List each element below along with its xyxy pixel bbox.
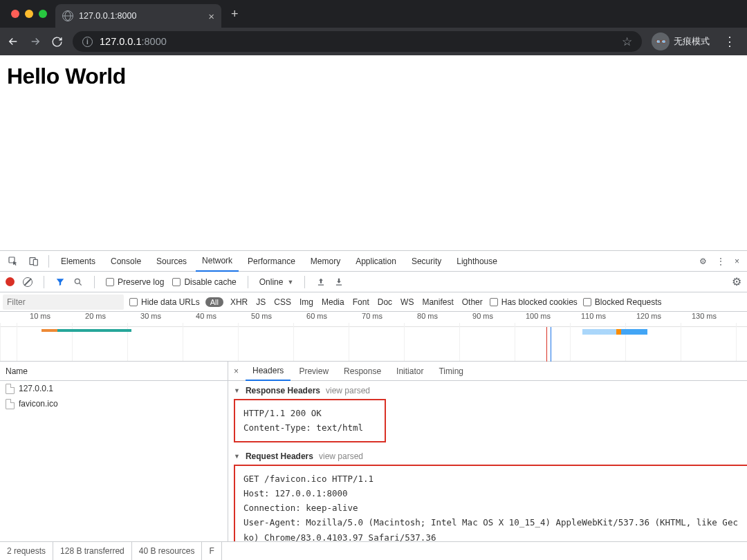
svg-point-3: [75, 279, 80, 283]
reload-button[interactable]: [51, 36, 63, 48]
collapse-icon: ▼: [234, 453, 240, 460]
network-status-bar: 2 requests 128 B transferred 40 B resour…: [0, 542, 747, 560]
filter-js[interactable]: JS: [255, 297, 267, 307]
device-toggle-icon[interactable]: [25, 256, 43, 267]
response-headers-section[interactable]: ▼ Response Headers view parsed: [228, 384, 747, 398]
tab-title: 127.0.0.1:8000: [79, 11, 203, 21]
back-button[interactable]: [7, 35, 19, 48]
document-icon: [6, 399, 15, 409]
network-toolbar: Preserve log Disable cache Online▼ ⚙: [0, 272, 747, 292]
close-detail-icon[interactable]: ×: [232, 366, 244, 376]
incognito-indicator[interactable]: 👓 无痕模式: [652, 32, 710, 50]
tab-elements[interactable]: Elements: [55, 251, 102, 272]
new-tab-button[interactable]: +: [221, 7, 248, 21]
tab-initiator[interactable]: Initiator: [389, 362, 430, 381]
close-tab-icon[interactable]: ×: [208, 10, 214, 22]
url-text: 127.0.0.1:8000: [100, 36, 167, 47]
tab-response[interactable]: Response: [337, 362, 388, 381]
filter-bar: Hide data URLs All XHR JS CSS Img Media …: [0, 292, 747, 312]
browser-toolbar: i 127.0.0.1:8000 ☆ 👓 无痕模式 ⋮: [0, 28, 747, 55]
page-viewport: Hello World: [0, 55, 747, 250]
collapse-icon: ▼: [234, 387, 240, 394]
more-icon[interactable]: ⋮: [713, 256, 728, 266]
filter-ws[interactable]: WS: [399, 297, 415, 307]
tab-timing[interactable]: Timing: [432, 362, 470, 381]
request-row[interactable]: favicon.ico: [0, 396, 228, 411]
filter-other[interactable]: Other: [461, 297, 484, 307]
blocked-requests-checkbox[interactable]: Blocked Requests: [583, 297, 662, 307]
tab-preview[interactable]: Preview: [292, 362, 335, 381]
settings-icon[interactable]: ⚙: [696, 256, 710, 266]
separator: [94, 276, 95, 288]
tab-security[interactable]: Security: [405, 251, 448, 272]
devtools-panel: Elements Console Sources Network Perform…: [0, 250, 747, 560]
close-window-button[interactable]: [11, 10, 19, 18]
request-headers-content: GET /favicon.ico HTTP/1.1 Host: 127.0.0.…: [234, 465, 747, 542]
filter-media[interactable]: Media: [320, 297, 346, 307]
has-blocked-cookies-checkbox[interactable]: Has blocked cookies: [490, 297, 578, 307]
maximize-window-button[interactable]: [39, 10, 47, 18]
view-parsed-link[interactable]: view parsed: [319, 451, 363, 461]
view-parsed-link[interactable]: view parsed: [326, 386, 370, 395]
disable-cache-checkbox[interactable]: Disable cache: [172, 277, 236, 287]
separator: [44, 276, 44, 288]
incognito-icon: 👓: [652, 32, 670, 50]
tab-console[interactable]: Console: [104, 251, 147, 272]
tab-application[interactable]: Application: [349, 251, 403, 272]
filter-xhr[interactable]: XHR: [229, 297, 249, 307]
timeline-bars: [0, 327, 747, 362]
request-list: Name 127.0.0.1 favicon.ico: [0, 362, 228, 541]
domcontentloaded-line: [546, 327, 547, 362]
page-heading: Hello World: [7, 64, 740, 89]
hide-data-urls-checkbox[interactable]: Hide data URLs: [129, 297, 200, 307]
clear-button[interactable]: [23, 277, 33, 287]
network-body: Name 127.0.0.1 favicon.ico × Headers Pre…: [0, 362, 747, 542]
request-list-header[interactable]: Name: [0, 362, 228, 381]
status-resources: 40 B resources: [132, 542, 203, 560]
inspect-icon[interactable]: [4, 256, 22, 267]
document-icon: [6, 384, 15, 394]
tab-performance[interactable]: Performance: [241, 251, 302, 272]
address-bar[interactable]: i 127.0.0.1:8000 ☆: [73, 31, 642, 52]
browser-tab[interactable]: 127.0.0.1:8000 ×: [55, 4, 221, 28]
throttle-select[interactable]: Online▼: [259, 277, 294, 287]
separator: [304, 276, 305, 288]
network-timeline[interactable]: 10 ms 20 ms 30 ms 40 ms 50 ms 60 ms 70 m…: [0, 312, 747, 362]
minimize-window-button[interactable]: [25, 10, 33, 18]
filter-css[interactable]: CSS: [273, 297, 293, 307]
network-settings-icon[interactable]: ⚙: [732, 275, 741, 288]
window-controls: [6, 10, 55, 18]
filter-all[interactable]: All: [205, 297, 223, 307]
tab-lighthouse[interactable]: Lighthouse: [450, 251, 504, 272]
timeline-ruler: 10 ms 20 ms 30 ms 40 ms 50 ms 60 ms 70 m…: [0, 312, 747, 327]
request-row[interactable]: 127.0.0.1: [0, 381, 228, 396]
load-line: [551, 327, 551, 362]
preserve-log-checkbox[interactable]: Preserve log: [106, 277, 164, 287]
filter-font[interactable]: Font: [351, 297, 371, 307]
devtools-main-tabs: Elements Console Sources Network Perform…: [0, 251, 747, 272]
filter-manifest[interactable]: Manifest: [421, 297, 454, 307]
forward-button[interactable]: [29, 35, 42, 48]
filter-input[interactable]: [3, 295, 124, 310]
tab-memory[interactable]: Memory: [304, 251, 347, 272]
tab-network[interactable]: Network: [196, 251, 239, 272]
tab-headers[interactable]: Headers: [246, 362, 290, 381]
export-har-icon[interactable]: [334, 277, 344, 287]
record-button[interactable]: [6, 277, 15, 286]
close-devtools-icon[interactable]: ×: [731, 256, 743, 266]
filter-img[interactable]: Img: [298, 297, 315, 307]
filter-icon[interactable]: [55, 277, 65, 287]
filter-doc[interactable]: Doc: [376, 297, 394, 307]
import-har-icon[interactable]: [316, 277, 326, 287]
status-transferred: 128 B transferred: [53, 542, 132, 560]
separator: [248, 276, 248, 288]
detail-body[interactable]: ▼ Response Headers view parsed HTTP/1.1 …: [228, 381, 747, 541]
bookmark-icon[interactable]: ☆: [622, 35, 632, 49]
request-headers-section[interactable]: ▼ Request Headers view parsed: [228, 449, 747, 463]
response-headers-content: HTTP/1.1 200 OK Content-Type: text/html: [234, 399, 386, 442]
status-extra: F: [202, 542, 221, 560]
browser-menu-button[interactable]: ⋮: [719, 34, 740, 49]
site-info-icon[interactable]: i: [82, 37, 93, 47]
tab-sources[interactable]: Sources: [150, 251, 193, 272]
search-icon[interactable]: [73, 277, 83, 287]
